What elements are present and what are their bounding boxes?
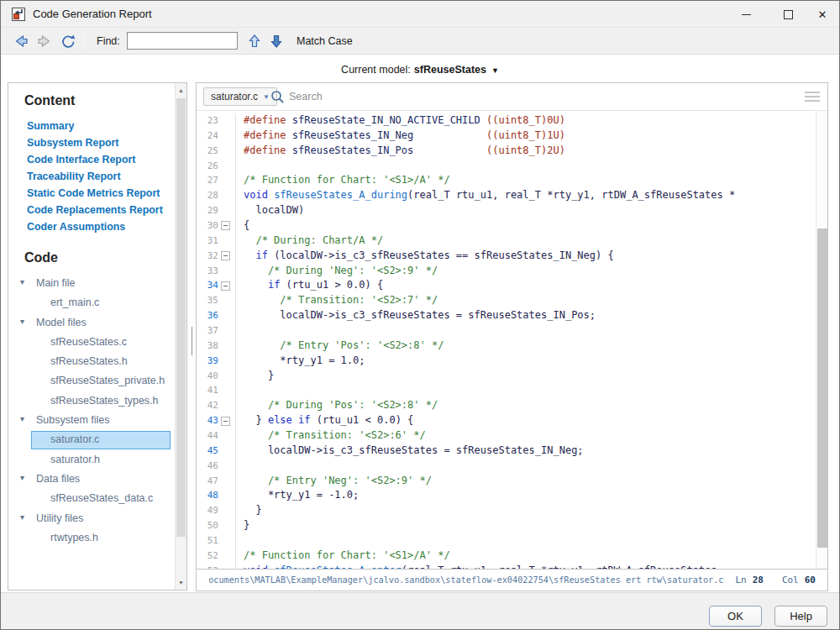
content-link[interactable]: Coder Assumptions <box>27 218 163 235</box>
toolbar-separator <box>84 32 85 50</box>
tree-file[interactable]: sfReuseStates_private.h <box>8 372 174 391</box>
line-number[interactable]: 36 <box>202 308 218 323</box>
collapse-minus-icon[interactable] <box>221 281 230 291</box>
collapse-minus-icon[interactable] <box>221 251 230 260</box>
tree-file[interactable]: rtwtypes.h <box>8 529 174 549</box>
code-line: 44 /* Transition: '<S2>:6' */ <box>197 428 816 444</box>
fold-gutter <box>218 533 233 549</box>
fold-gutter <box>218 518 233 533</box>
close-button[interactable]: ✕ <box>808 1 837 28</box>
content-link[interactable]: Summary <box>27 118 163 134</box>
code-text: { <box>235 218 816 234</box>
code-scrollbar-thumb[interactable] <box>817 228 827 548</box>
fold-gutter <box>218 444 233 459</box>
back-button[interactable] <box>13 33 29 50</box>
tree-group[interactable]: ▾Model files <box>8 314 174 333</box>
collapse-triangle-icon[interactable]: ▾ <box>20 512 24 522</box>
tree-item-label: Model files <box>36 317 87 328</box>
content-link[interactable]: Code Interface Report <box>27 151 163 168</box>
help-button[interactable]: Help <box>774 606 827 627</box>
fold-gutter <box>218 459 233 474</box>
code-line: 27/* Function for Chart: '<S1>/A' */ <box>197 173 816 188</box>
file-selector-dropdown[interactable]: saturator.c ▼ <box>203 87 277 106</box>
fold-toggle[interactable] <box>218 278 233 293</box>
line-number: 29 <box>202 203 218 218</box>
tree-file[interactable]: saturator.h <box>8 451 174 470</box>
title-bar: Code Generation Report ✕ <box>1 1 839 28</box>
tree-file[interactable]: sfReuseStates.h <box>8 353 174 372</box>
fold-gutter <box>218 369 233 384</box>
menu-icon[interactable] <box>805 92 820 102</box>
line-number[interactable]: 39 <box>202 354 218 369</box>
sidebar-scrollbar[interactable]: ▲ ▼ <box>175 83 186 590</box>
tree-file[interactable]: saturator.c <box>8 431 174 450</box>
tree-item-label: ert_main.c <box>50 297 99 308</box>
scroll-up-icon[interactable]: ▲ <box>176 87 186 93</box>
code-line: 45 localDW->is_c3_sfReuseStates = sfReus… <box>197 444 816 459</box>
match-case-toggle[interactable]: Match Case <box>297 35 353 47</box>
find-next-button[interactable] <box>268 33 285 50</box>
maximize-button[interactable] <box>774 1 802 28</box>
collapse-minus-icon[interactable] <box>221 221 230 230</box>
code-text: void sfReuseStates_A_during(real_T rtu_u… <box>235 188 816 203</box>
model-dropdown-icon[interactable]: ▼ <box>491 66 499 75</box>
code-line: 25#define sfReuseStates_IN_Pos ((uint8_T… <box>197 144 816 159</box>
fold-toggle[interactable] <box>218 218 233 234</box>
tree-group[interactable]: ▾Main file <box>8 275 174 294</box>
scroll-down-icon[interactable]: ▼ <box>176 580 186 585</box>
line-number[interactable]: 45 <box>202 444 218 459</box>
code-scrollbar[interactable] <box>816 111 827 569</box>
tree-file[interactable]: sfReuseStates_data.c <box>8 490 174 509</box>
content-link[interactable]: Static Code Metrics Report <box>27 185 163 202</box>
forward-arrow-icon <box>39 36 50 46</box>
find-input[interactable] <box>127 32 238 50</box>
code-text: if (localDW->is_c3_sfReuseStates == sfRe… <box>235 249 816 264</box>
line-number[interactable]: 43 <box>202 413 218 428</box>
sidebar-scrollbar-thumb[interactable] <box>176 98 186 537</box>
content-link[interactable]: Traceability Report <box>27 168 163 185</box>
tree-file[interactable]: sfReuseStates.c <box>8 333 174 353</box>
tree-group[interactable]: ▾Utility files <box>8 510 174 529</box>
forward-button[interactable] <box>36 33 53 50</box>
code-line: 33 /* During 'Neg': '<S2>:9' */ <box>197 264 816 279</box>
collapse-triangle-icon[interactable]: ▾ <box>20 317 24 326</box>
line-number[interactable]: 48 <box>202 488 218 503</box>
current-model-label: Current model: <box>341 64 411 76</box>
find-previous-button[interactable] <box>246 33 263 50</box>
search-input[interactable] <box>289 88 558 105</box>
ok-button[interactable]: OK <box>709 606 762 627</box>
code-text: #define sfReuseStates_IN_Neg ((uint8_T)1… <box>235 129 816 144</box>
refresh-button[interactable] <box>60 33 76 50</box>
collapse-triangle-icon[interactable]: ▾ <box>20 277 24 286</box>
code-text: *rty_y1 = -1.0; <box>235 488 816 503</box>
code-line: 26 <box>197 159 816 174</box>
minimize-button[interactable] <box>732 1 760 28</box>
tree-file[interactable]: sfReuseStates_types.h <box>8 392 174 412</box>
tree-item-label: Subsystem files <box>36 414 110 426</box>
fold-gutter <box>218 234 233 249</box>
line-number: 35 <box>202 293 218 308</box>
code-heading: Code <box>24 250 58 265</box>
fold-toggle[interactable] <box>218 249 233 264</box>
tree-group[interactable]: ▾Data files <box>8 470 174 490</box>
code-panel: saturator.c ▼ 23#define sfReuseState_IN_… <box>196 82 828 570</box>
fold-gutter <box>218 264 233 279</box>
fold-gutter <box>218 503 233 518</box>
collapse-triangle-icon[interactable]: ▾ <box>20 473 24 482</box>
collapse-triangle-icon[interactable]: ▾ <box>20 414 24 423</box>
line-number[interactable]: 34 <box>202 278 218 293</box>
code-text: *rty_y1 = 1.0; <box>235 354 816 369</box>
panel-splitter[interactable] <box>192 327 192 355</box>
content-link[interactable]: Code Replacements Report <box>27 202 163 218</box>
function-link[interactable]: sfReuseStates_A_during <box>274 189 407 201</box>
fold-toggle[interactable] <box>218 413 233 428</box>
tree-group[interactable]: ▾Subsystem files <box>8 412 174 431</box>
code-line: 28void sfReuseStates_A_during(real_T rtu… <box>197 188 816 203</box>
fold-gutter <box>218 188 233 203</box>
fold-gutter <box>218 354 233 369</box>
content-link[interactable]: Subsystem Report <box>27 134 163 151</box>
code-generation-report-window: Code Generation Report ✕ Find: Match Cas… <box>0 0 840 630</box>
collapse-minus-icon[interactable] <box>221 417 230 426</box>
tree-file[interactable]: ert_main.c <box>8 294 174 313</box>
tree-item-label: Main file <box>36 277 76 289</box>
